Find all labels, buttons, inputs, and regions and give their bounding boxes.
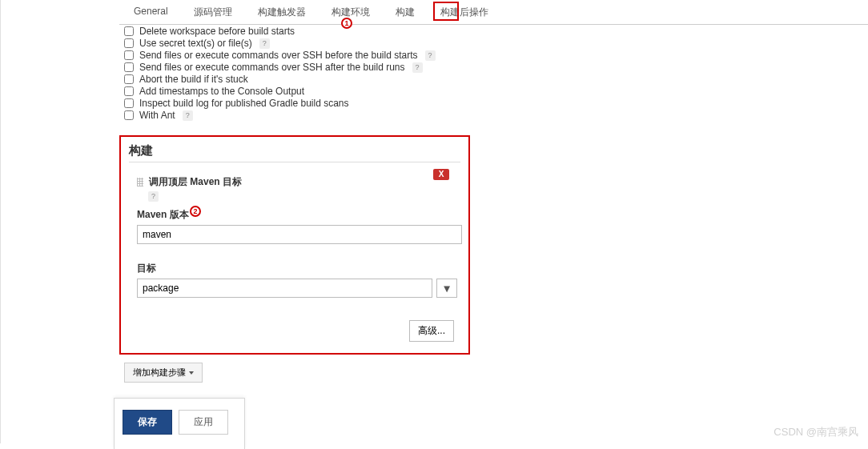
config-tabs: General 源码管理 构建触发器 构建环境 构建 构建后操作	[119, 2, 868, 25]
add-step-label: 增加构建步骤	[133, 367, 186, 379]
env-row[interactable]: Use secret text(s) or file(s) ?	[119, 37, 868, 49]
tab-scm[interactable]: 源码管理	[186, 2, 240, 24]
checkbox[interactable]	[124, 38, 134, 48]
build-section-title: 构建	[129, 143, 460, 162]
env-row[interactable]: Send files or execute commands over SSH …	[119, 61, 868, 73]
env-label: Delete workspace before build starts	[139, 26, 295, 37]
help-icon[interactable]: ?	[183, 110, 193, 121]
checkbox[interactable]	[124, 74, 134, 84]
tab-postbuild[interactable]: 构建后操作	[432, 2, 496, 24]
step-title: 调用顶层 Maven 目标	[137, 175, 457, 189]
help-icon[interactable]: ?	[412, 62, 423, 73]
tab-build[interactable]: 构建	[388, 2, 423, 24]
footer-actions: 保存 应用	[114, 398, 245, 449]
help-icon[interactable]: ?	[148, 191, 159, 202]
tab-general[interactable]: General	[126, 2, 176, 24]
env-row[interactable]: Add timestamps to the Console Output	[119, 85, 868, 97]
env-label: With Ant	[139, 110, 175, 121]
step-title-label: 调用顶层 Maven 目标	[149, 175, 242, 189]
env-label: Inspect build log for published Gradle b…	[139, 98, 349, 109]
apply-button[interactable]: 应用	[179, 410, 228, 435]
tab-triggers[interactable]: 构建触发器	[250, 2, 314, 24]
env-row[interactable]: Abort the build if it's stuck	[119, 73, 868, 85]
env-label: Send files or execute commands over SSH …	[139, 62, 405, 73]
drag-handle-icon[interactable]	[137, 178, 143, 186]
goal-dropdown-button[interactable]: ▼	[436, 279, 457, 298]
advanced-button[interactable]: 高级...	[409, 320, 454, 342]
checkbox[interactable]	[124, 26, 134, 36]
add-build-step-button[interactable]: 增加构建步骤	[124, 363, 203, 383]
tab-env[interactable]: 构建环境	[323, 2, 378, 24]
checkbox[interactable]	[124, 62, 134, 72]
env-label: Add timestamps to the Console Output	[139, 86, 304, 97]
chevron-down-icon: ▼	[442, 283, 452, 295]
checkbox[interactable]	[124, 86, 134, 96]
checkbox[interactable]	[124, 110, 134, 120]
goal-input[interactable]	[137, 279, 432, 298]
env-label: Abort the build if it's stuck	[139, 74, 248, 85]
maven-version-select[interactable]: maven	[137, 225, 462, 244]
help-icon[interactable]: ?	[425, 50, 436, 61]
env-label: Use secret text(s) or file(s)	[139, 38, 252, 49]
maven-version-label: Maven 版本	[137, 208, 457, 222]
env-row[interactable]: Send files or execute commands over SSH …	[119, 49, 868, 61]
maven-step: X 调用顶层 Maven 目标 ? Maven 版本 maven 目标 ▼ 高级…	[129, 172, 460, 342]
env-label: Send files or execute commands over SSH …	[139, 50, 418, 61]
env-options-list: Delete workspace before build starts Use…	[119, 25, 868, 121]
env-row[interactable]: With Ant ?	[119, 109, 868, 121]
save-button[interactable]: 保存	[123, 410, 172, 435]
checkbox[interactable]	[124, 50, 134, 60]
env-row[interactable]: Delete workspace before build starts	[119, 25, 868, 37]
env-row[interactable]: Inspect build log for published Gradle b…	[119, 97, 868, 109]
checkbox[interactable]	[124, 98, 134, 108]
watermark: CSDN @南宫乘风	[774, 425, 858, 439]
build-section: 构建 X 调用顶层 Maven 目标 ? Maven 版本 maven 目标 ▼…	[119, 135, 470, 355]
chevron-down-icon	[189, 371, 194, 375]
delete-step-button[interactable]: X	[433, 169, 449, 180]
help-icon[interactable]: ?	[259, 38, 270, 49]
goal-label: 目标	[137, 262, 457, 275]
